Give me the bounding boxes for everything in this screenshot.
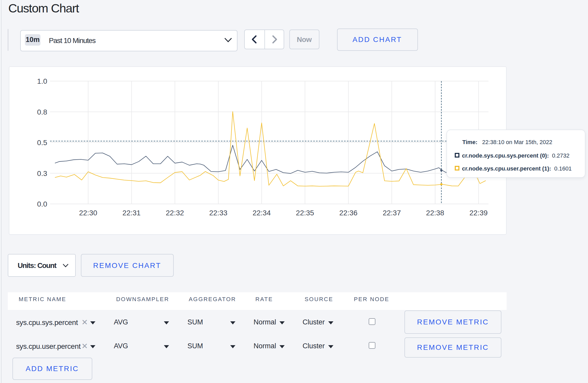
- svg-text:1.0: 1.0: [37, 77, 47, 85]
- svg-text:22:39: 22:39: [470, 209, 488, 217]
- svg-text:0.0: 0.0: [37, 200, 47, 208]
- svg-text:22:30: 22:30: [79, 209, 97, 217]
- svg-text:22:36: 22:36: [339, 209, 358, 217]
- svg-text:22:34: 22:34: [253, 209, 271, 217]
- svg-text:22:33: 22:33: [209, 209, 227, 217]
- svg-text:22:31: 22:31: [122, 209, 141, 217]
- svg-text:22:32: 22:32: [166, 209, 184, 217]
- svg-text:22:37: 22:37: [383, 209, 401, 217]
- svg-text:0.5: 0.5: [37, 138, 47, 146]
- svg-text:22:38: 22:38: [426, 209, 444, 217]
- svg-text:22:35: 22:35: [296, 209, 314, 217]
- svg-text:0.3: 0.3: [37, 169, 47, 177]
- svg-text:0.8: 0.8: [37, 108, 47, 116]
